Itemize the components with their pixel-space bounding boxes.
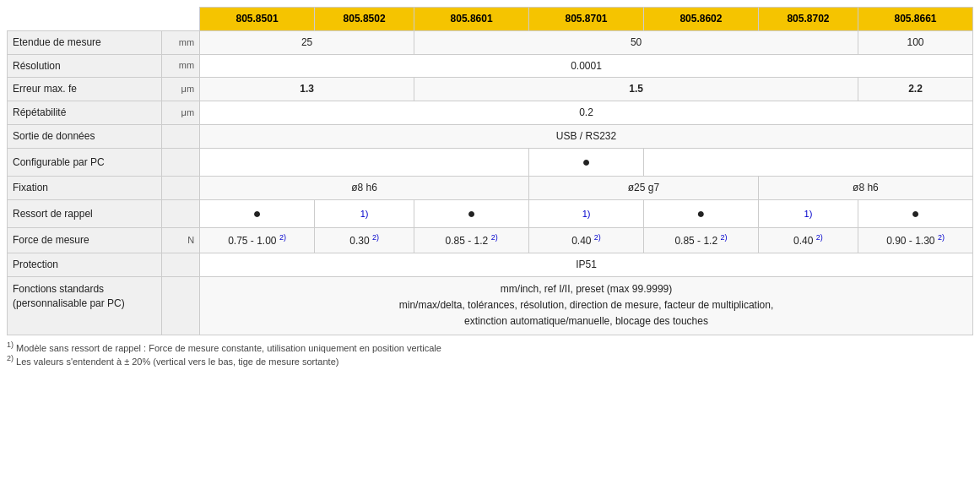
fn-num-2: 2): [7, 354, 14, 362]
val-ressort-6: 1): [758, 199, 858, 227]
val-sortie: USB / RS232: [200, 124, 973, 148]
table-row: Fixation ø8 h6 ø25 g7 ø8 h6: [8, 177, 973, 200]
footnote-2: 2) Les valeurs s'entendent à ± 20% (vert…: [7, 354, 973, 367]
table-row: Erreur max. fe μm 1.3 1.5 2.2: [8, 78, 973, 101]
unit-force: N: [162, 228, 200, 253]
table-row: Résolution mm 0.0001: [8, 54, 973, 78]
val-force-2: 0.30 2): [314, 228, 414, 253]
footnotes-section: 1) Modèle sans ressort de rappel : Force…: [7, 340, 973, 367]
val-protection: IP51: [200, 253, 973, 277]
val-etendue-100: 100: [858, 30, 973, 54]
val-force-7: 0.90 - 1.30 2): [858, 228, 973, 253]
val-repeatability: 0.2: [200, 101, 973, 125]
header-model-3: 805.8601: [414, 8, 529, 31]
val-ressort-5: ●: [643, 199, 758, 227]
unit-fixation: [162, 177, 200, 200]
fn-text-2: Les valeurs s'entendent à ± 20% (vertica…: [16, 357, 338, 367]
val-fixation-8h6-right: ø8 h6: [758, 177, 972, 200]
unit-configurable: [162, 148, 200, 176]
prop-protection: Protection: [8, 253, 162, 277]
val-configurable-dot: ●: [529, 148, 644, 176]
fn-num-1: 1): [7, 340, 14, 349]
prop-force: Force de mesure: [8, 228, 162, 253]
table-row: Ressort de rappel ● 1) ● 1) ● 1) ●: [8, 199, 973, 227]
unit-etendue: mm: [162, 30, 200, 54]
header-model-7: 805.8661: [858, 8, 973, 31]
val-ressort-4: 1): [529, 199, 644, 227]
val-erreur-15: 1.5: [414, 78, 858, 101]
val-force-4: 0.40 2): [529, 228, 644, 253]
table-row: Sortie de données USB / RS232: [8, 124, 973, 148]
val-configurable-empty1: [200, 148, 529, 176]
val-resolution: 0.0001: [200, 54, 973, 78]
prop-erreur: Erreur max. fe: [8, 78, 162, 101]
prop-repeatability: Répétabilité: [8, 101, 162, 125]
val-force-1: 0.75 - 1.00 2): [200, 228, 315, 253]
fn-text-1: Modèle sans ressort de rappel : Force de…: [16, 342, 441, 352]
val-etendue-25: 25: [200, 30, 414, 54]
header-model-2: 805.8502: [314, 8, 414, 31]
prop-configurable: Configurable par PC: [8, 148, 162, 176]
unit-resolution: mm: [162, 54, 200, 78]
prop-resolution: Résolution: [8, 54, 162, 78]
unit-ressort: [162, 199, 200, 227]
unit-protection: [162, 253, 200, 277]
table-row: Configurable par PC ●: [8, 148, 973, 176]
header-empty: [8, 8, 200, 31]
val-erreur-22: 2.2: [858, 78, 973, 101]
footnote-1: 1) Modèle sans ressort de rappel : Force…: [7, 340, 973, 353]
val-ressort-2: 1): [314, 199, 414, 227]
table-row: Etendue de mesure mm 25 50 100: [8, 30, 973, 54]
prop-etendue: Etendue de mesure: [8, 30, 162, 54]
header-model-4: 805.8701: [529, 8, 644, 31]
unit-erreur: μm: [162, 78, 200, 101]
val-ressort-1: ●: [200, 199, 315, 227]
val-fixation-8h6-left: ø8 h6: [200, 177, 529, 200]
val-etendue-50: 50: [414, 30, 858, 54]
val-fixation-25g7: ø25 g7: [529, 177, 759, 200]
table-row: Force de mesure N 0.75 - 1.00 2) 0.30 2)…: [8, 228, 973, 253]
unit-fonctions: [162, 276, 200, 335]
prop-fixation: Fixation: [8, 177, 162, 200]
val-ressort-7: ●: [858, 199, 973, 227]
prop-ressort: Ressort de rappel: [8, 199, 162, 227]
prop-sortie: Sortie de données: [8, 124, 162, 148]
table-row: Protection IP51: [8, 253, 973, 277]
val-fonctions: mm/inch, ref I/II, preset (max 99.9999) …: [200, 276, 973, 335]
unit-sortie: [162, 124, 200, 148]
val-erreur-13: 1.3: [200, 78, 414, 101]
header-model-5: 805.8602: [643, 8, 758, 31]
val-force-3: 0.85 - 1.2 2): [414, 228, 529, 253]
header-model-1: 805.8501: [200, 8, 315, 31]
table-row: Répétabilité μm 0.2: [8, 101, 973, 125]
val-ressort-3: ●: [414, 199, 529, 227]
val-force-6: 0.40 2): [758, 228, 858, 253]
unit-repeatability: μm: [162, 101, 200, 125]
header-model-6: 805.8702: [758, 8, 858, 31]
val-force-5: 0.85 - 1.2 2): [643, 228, 758, 253]
val-configurable-empty2: [643, 148, 972, 176]
table-row: Fonctions standards(personnalisable par …: [8, 276, 973, 335]
prop-fonctions: Fonctions standards(personnalisable par …: [8, 276, 162, 335]
